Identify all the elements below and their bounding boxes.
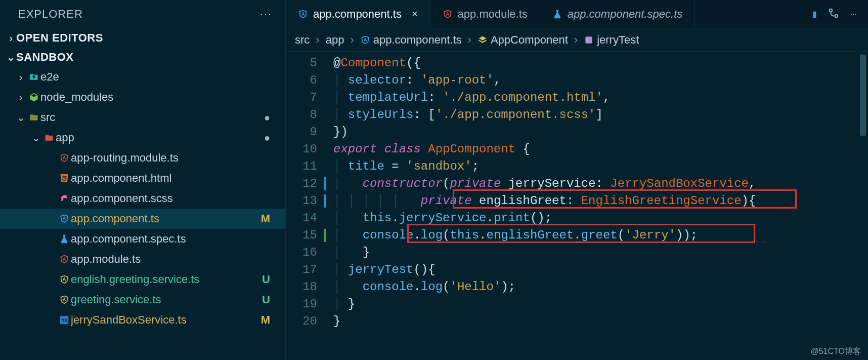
file-html[interactable]: app.component.html (0, 168, 285, 188)
file-jsb[interactable]: jerrySandBoxService.tsM (0, 310, 285, 330)
line-number: 15 (286, 227, 326, 244)
explorer-more-button[interactable]: ··· (255, 6, 277, 23)
code-line[interactable]: │ styleUrls: ['./app.component.scss'] (326, 106, 868, 124)
line-number: 11 (286, 158, 326, 175)
folder-src[interactable]: src● (0, 107, 285, 128)
open-changes-button[interactable]: ▮ (812, 9, 817, 19)
ts-icon (58, 315, 71, 325)
code-line[interactable]: } (326, 313, 868, 330)
code-line[interactable]: │ title = 'sandbox'; (326, 158, 868, 175)
tab-label: app.component.ts (313, 8, 402, 21)
compare-button[interactable] (828, 8, 839, 21)
breadcrumb-segment[interactable]: app.component.ts (360, 33, 462, 47)
breadcrumb-label: jerryTest (597, 33, 639, 46)
breadcrumb-segment[interactable]: src (295, 33, 310, 47)
file-mod[interactable]: app.module.ts (0, 249, 285, 269)
chevron-right-icon (14, 92, 27, 103)
tree-item-label: src (40, 111, 253, 124)
git-status-badge: M (253, 313, 270, 327)
method-icon (584, 35, 594, 45)
tree-item-label: node_modules (40, 91, 253, 104)
explorer-title: EXPLORER (18, 8, 83, 21)
oliv-folder-icon (27, 112, 40, 123)
tab-t1[interactable]: app.component.ts× (286, 0, 430, 28)
line-number: 7 (286, 89, 326, 106)
code-line[interactable]: │ } (326, 296, 868, 313)
git-status-badge: U (253, 293, 270, 306)
close-tab-button[interactable]: × (412, 8, 418, 20)
tab-label: app.module.ts (458, 8, 528, 21)
teal-shield-icon (27, 72, 40, 82)
breadcrumbs[interactable]: src›app›app.component.ts›AppComponent›je… (286, 28, 868, 52)
tab-t2[interactable]: app.module.ts (430, 0, 540, 28)
file-ts[interactable]: app.component.tsM (0, 209, 285, 229)
open-editors-section[interactable]: OPEN EDITORS (0, 28, 285, 48)
tree-item-label: app.component.spec.ts (71, 232, 253, 246)
html5-icon (58, 173, 71, 183)
code-line[interactable]: │ } (326, 244, 868, 261)
breadcrumb-segment[interactable]: AppComponent (478, 33, 568, 47)
chevron-down-icon (6, 51, 16, 63)
ng-blue-icon (298, 9, 308, 19)
svg-point-0 (829, 9, 832, 12)
tree-item-label: app.module.ts (71, 253, 253, 266)
line-number: 18 (286, 278, 326, 296)
tab-t3[interactable]: app.component.spec.ts (540, 0, 695, 28)
workspace-section[interactable]: SANDBOX (0, 48, 285, 67)
ng-yellow-icon (58, 274, 71, 285)
code-line[interactable]: │ this.jerryService.print(); (326, 210, 868, 227)
ng-red-icon (58, 153, 71, 163)
file-spec[interactable]: app.component.spec.ts (0, 229, 285, 249)
code-line[interactable]: │ constructor(private jerryService: Jerr… (326, 175, 868, 192)
code-line[interactable]: │ console.log(this.englishGreet.greet('J… (326, 227, 868, 244)
folder-e2e[interactable]: e2e (0, 67, 285, 87)
editor-area: app.component.ts×app.module.tsapp.compon… (286, 0, 868, 360)
line-number-gutter: 567891011121314151617181920 (286, 52, 326, 360)
chevron-down-icon (14, 111, 27, 124)
line-number: 17 (286, 261, 326, 278)
tree-item-label: app (56, 131, 253, 144)
file-scss[interactable]: app.component.scss (0, 188, 285, 209)
code-line[interactable]: │ jerryTest(){ (326, 261, 868, 278)
file-arm[interactable]: app-routing.module.ts (0, 148, 285, 168)
folder-nm[interactable]: node_modules (0, 87, 285, 107)
workspace-label: SANDBOX (16, 51, 74, 64)
code-editor[interactable]: 567891011121314151617181920 @Component({… (286, 52, 868, 360)
flask-icon (58, 234, 71, 244)
file-eng[interactable]: english.greeting.service.tsU (0, 269, 285, 290)
breadcrumb-separator-icon: › (571, 33, 581, 47)
code-line[interactable]: │ templateUrl: './app.component.html', (326, 89, 868, 106)
breadcrumb-separator-icon: › (465, 33, 474, 47)
code-line[interactable]: export class AppComponent { (326, 141, 868, 158)
breadcrumb-segment[interactable]: app (326, 33, 344, 47)
open-editors-label: OPEN EDITORS (16, 31, 103, 45)
tab-more-button[interactable]: ··· (850, 10, 857, 19)
file-grt[interactable]: greeting.service.tsU (0, 290, 285, 310)
green-cube-icon (27, 92, 40, 102)
git-status-badge: M (253, 212, 270, 225)
class-icon (478, 35, 488, 45)
chevron-down-icon (29, 132, 42, 144)
code-line[interactable]: @Component({ (326, 55, 868, 72)
code-line[interactable]: }) (326, 124, 868, 141)
breadcrumb-separator-icon: › (347, 33, 357, 47)
line-number: 20 (286, 313, 326, 330)
code-line[interactable]: │ selector: 'app-root', (326, 72, 868, 89)
line-number: 5 (286, 55, 326, 72)
code-content[interactable]: @Component({│ selector: 'app-root',│ tem… (326, 52, 868, 360)
chevron-right-icon (14, 71, 27, 83)
code-line[interactable]: │ │ │ │ │ private englishGreet: EnglishG… (326, 192, 868, 210)
breadcrumb-label: src (295, 33, 310, 46)
svg-point-1 (835, 14, 838, 17)
ng-yellow-icon (58, 295, 71, 305)
tab-actions: ▮ ··· (801, 0, 868, 28)
line-number: 13 (286, 192, 326, 210)
code-line[interactable]: │ console.log('Hello'); (326, 278, 868, 296)
red-folder-icon (42, 133, 56, 143)
folder-app[interactable]: app● (0, 128, 285, 148)
line-number: 8 (286, 106, 326, 124)
breadcrumb-segment[interactable]: jerryTest (584, 33, 639, 47)
tree-item-label: app.component.scss (71, 192, 253, 205)
chevron-right-icon (6, 32, 16, 44)
editor-scrollbar[interactable] (859, 52, 867, 360)
